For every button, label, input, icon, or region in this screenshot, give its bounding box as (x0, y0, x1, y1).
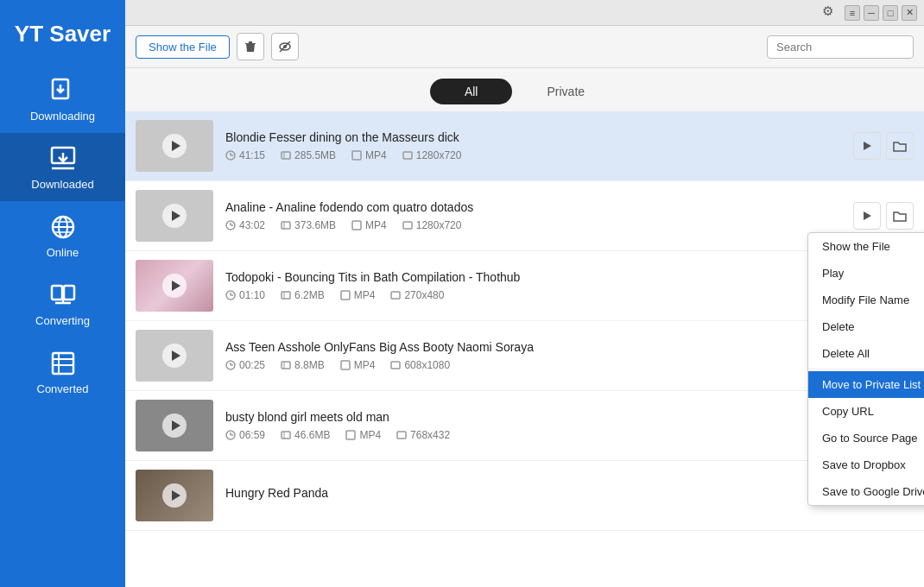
svg-rect-27 (403, 152, 412, 159)
video-meta: 43:02 373.6MB MP4 1280x720 (225, 219, 845, 231)
context-copy-url[interactable]: Copy URL (808, 398, 924, 425)
svg-rect-11 (64, 286, 74, 300)
delete-button[interactable] (237, 33, 264, 60)
size-item: 8.8MB (281, 359, 325, 371)
play-icon-thumb (162, 204, 187, 228)
play-button[interactable] (853, 132, 881, 160)
search-input[interactable] (767, 35, 914, 59)
svg-rect-59 (397, 432, 406, 439)
resolution-item: 608x1080 (390, 359, 450, 371)
folder-button[interactable] (886, 202, 914, 230)
context-delete-all[interactable]: Delete All (808, 340, 924, 367)
size-item: 6.2MB (281, 289, 325, 301)
video-thumbnail (136, 260, 213, 312)
video-meta: 06:59 46.6MB MP4 768x432 (225, 429, 845, 441)
svg-rect-24 (282, 152, 290, 159)
duration-item: 00:25 (225, 359, 265, 371)
online-icon (47, 211, 79, 243)
resolution-item: 1280x720 (402, 219, 462, 231)
tabs: All Private (125, 68, 924, 111)
table-row[interactable]: Ass Teen Asshole OnlyFans Big Ass Booty … (125, 321, 924, 391)
title-bar: ⚙ ≡ ─ □ ✕ (125, 0, 924, 26)
context-modify-name[interactable]: Modify File Name (808, 287, 924, 313)
context-delete[interactable]: Delete (808, 313, 924, 340)
context-divider (808, 369, 924, 369)
menu-button[interactable]: ≡ (845, 5, 860, 21)
video-meta: 01:10 6.2MB MP4 270x480 (225, 289, 845, 301)
svg-rect-35 (403, 222, 412, 229)
svg-rect-42 (341, 291, 350, 300)
sidebar-label-converting: Converting (35, 314, 90, 327)
sidebar-item-online[interactable]: Online (0, 201, 125, 269)
play-button[interactable] (853, 202, 881, 230)
video-thumbnail (136, 400, 213, 451)
main-area: ⚙ ≡ ─ □ ✕ Show the File All Private Blon… (125, 0, 924, 587)
svg-rect-43 (391, 292, 400, 299)
sidebar-label-converted: Converted (37, 382, 89, 395)
sidebar-item-downloaded[interactable]: Downloaded (0, 133, 125, 201)
context-menu: Show the File Play Modify File Name Dele… (807, 232, 924, 506)
close-button[interactable]: ✕ (902, 5, 917, 21)
app-logo: YT Saver (0, 9, 125, 65)
show-file-button[interactable]: Show the File (136, 35, 230, 59)
resolution-item: 768x432 (396, 429, 450, 441)
video-thumbnail (136, 120, 213, 172)
tab-all[interactable]: All (430, 79, 513, 104)
minimize-button[interactable]: ─ (864, 5, 879, 21)
converted-icon (47, 348, 79, 379)
context-save-dropbox[interactable]: Save to Dropbox (808, 451, 924, 478)
svg-rect-50 (341, 361, 350, 369)
play-icon-thumb (162, 134, 187, 158)
settings-icon[interactable]: ⚙ (822, 3, 841, 22)
table-row[interactable]: Blondie Fesser dining on the Masseurs di… (125, 111, 924, 181)
download-icon (47, 75, 79, 106)
svg-rect-58 (346, 431, 355, 439)
format-item: MP4 (340, 289, 376, 301)
eye-button[interactable] (271, 33, 299, 60)
video-meta: 41:15 285.5MB MP4 1280x720 (225, 149, 845, 161)
video-thumbnail (136, 330, 213, 382)
sidebar-item-converting[interactable]: Converting (0, 269, 125, 338)
format-item: MP4 (351, 219, 387, 231)
row-actions (853, 202, 914, 230)
video-info: Ass Teen Asshole OnlyFans Big Ass Booty … (225, 340, 845, 371)
converting-icon (47, 280, 79, 311)
table-row[interactable]: Analine - Analine fodendo com quatro dot… (125, 181, 924, 251)
svg-rect-40 (282, 292, 290, 299)
resolution-item: 1280x720 (402, 149, 462, 161)
table-row[interactable]: Hungry Red Panda (125, 461, 924, 531)
svg-rect-34 (352, 221, 361, 230)
sidebar-label-downloading: Downloading (30, 110, 95, 123)
size-item: 46.6MB (281, 429, 330, 441)
play-icon-thumb (162, 344, 187, 368)
context-go-source[interactable]: Go to Source Page (808, 425, 924, 451)
video-info: Todopoki - Bouncing Tits in Bath Compila… (225, 270, 845, 301)
context-play[interactable]: Play (808, 260, 924, 287)
format-item: MP4 (351, 149, 387, 161)
duration-item: 06:59 (225, 429, 265, 441)
context-move-private[interactable]: Move to Private List (808, 371, 924, 398)
context-save-gdrive[interactable]: Save to Google Drive (808, 478, 924, 505)
duration-item: 43:02 (225, 219, 265, 231)
video-title: busty blond girl meets old man (225, 410, 845, 424)
toolbar: Show the File (125, 26, 924, 68)
svg-rect-10 (52, 286, 62, 300)
duration-item: 41:15 (225, 149, 265, 161)
svg-rect-48 (282, 362, 290, 369)
table-row[interactable]: Todopoki - Bouncing Tits in Bath Compila… (125, 251, 924, 321)
play-icon-thumb (162, 413, 187, 438)
sidebar-item-downloading[interactable]: Downloading (0, 65, 125, 133)
table-row[interactable]: busty blond girl meets old man 06:59 46.… (125, 391, 924, 461)
video-info: busty blond girl meets old man 06:59 46.… (225, 410, 845, 441)
video-thumbnail (136, 470, 213, 521)
folder-button[interactable] (886, 132, 914, 160)
tab-private[interactable]: Private (512, 79, 619, 104)
maximize-button[interactable]: □ (883, 5, 898, 21)
svg-marker-36 (864, 211, 871, 220)
resolution-item: 270x480 (390, 289, 444, 301)
sidebar-item-converted[interactable]: Converted (0, 338, 125, 406)
sidebar-label-online: Online (47, 246, 79, 259)
play-icon-thumb (162, 483, 187, 508)
sidebar-label-downloaded: Downloaded (31, 178, 93, 191)
context-show-file[interactable]: Show the File (808, 233, 924, 260)
